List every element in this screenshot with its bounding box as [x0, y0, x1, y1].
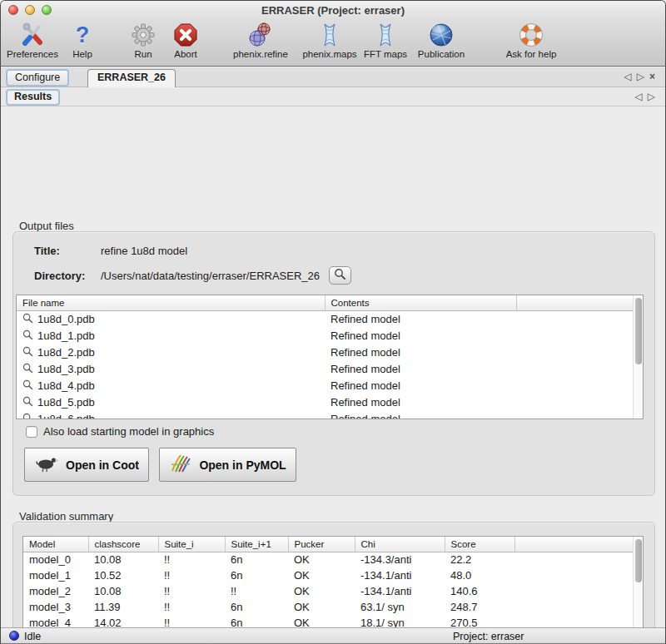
- file-scrollbar-thumb[interactable]: [635, 298, 642, 364]
- validation-row[interactable]: model_311.39!!6nOK63.1/ syn248.7: [23, 599, 634, 615]
- open-in-pymol-button[interactable]: Open in PyMOL: [159, 448, 296, 482]
- file-row[interactable]: 1u8d_5.pdbRefined model: [17, 394, 634, 410]
- validation-cell: OK: [288, 583, 355, 599]
- main-tab-bar: Configure ERRASER_26 ◁▷×: [1, 67, 665, 87]
- column-header[interactable]: [514, 537, 634, 552]
- search-icon: [22, 379, 33, 390]
- validation-cell: [514, 552, 634, 567]
- phenix-refine-button[interactable]: phenix.refine: [224, 22, 297, 63]
- status-text: Idle: [24, 631, 41, 642]
- browse-directory-button[interactable]: [329, 266, 351, 285]
- idle-status-led-icon: [9, 631, 19, 641]
- question-icon: ?: [64, 22, 101, 48]
- validation-row[interactable]: model_210.08!!!!OK-134.1/anti140.6: [23, 583, 634, 599]
- fft-maps-button[interactable]: FFT maps: [360, 22, 410, 63]
- validation-cell: 63.1/ syn: [355, 599, 445, 615]
- open-in-coot-button[interactable]: Open in Coot: [24, 448, 149, 482]
- gear-icon: [122, 22, 164, 48]
- publication-button[interactable]: Publication: [412, 22, 470, 63]
- validation-cell: 11.39: [88, 599, 158, 615]
- run-label: Run: [122, 49, 164, 59]
- load-starting-model-checkbox[interactable]: [26, 426, 37, 438]
- help-button[interactable]: ? Help: [64, 22, 101, 63]
- column-header[interactable]: [516, 295, 634, 310]
- results-panel: Output files Title: refine 1u8d model Di…: [1, 107, 665, 627]
- column-header[interactable]: clashscore: [88, 537, 158, 552]
- pymol-ribbon-icon: [169, 453, 192, 477]
- column-header[interactable]: Contents: [325, 295, 516, 310]
- file-name: 1u8d_5.pdb: [37, 396, 95, 409]
- column-header[interactable]: Suite_i+1: [225, 537, 288, 552]
- ask-for-help-button[interactable]: Ask for help: [499, 22, 564, 63]
- preferences-button[interactable]: Preferences: [2, 22, 62, 63]
- file-table-scrollbar[interactable]: [633, 295, 643, 419]
- tools-icon: [2, 22, 62, 48]
- tab-configure[interactable]: Configure: [6, 69, 69, 87]
- validation-cell: -134.1/anti: [355, 583, 445, 599]
- title-bar: ERRASER (Project: erraser): [1, 1, 665, 19]
- validation-cell: OK: [288, 567, 355, 583]
- lifesaver-icon: [499, 22, 564, 48]
- validation-cell: model_2: [23, 583, 88, 599]
- tab-configure-label: Configure: [15, 72, 60, 83]
- validation-cell: 10.08: [88, 583, 158, 599]
- validation-cell: [514, 599, 634, 615]
- validation-row[interactable]: model_010.08!!6nOK-134.3/anti22.2: [23, 552, 634, 567]
- validation-cell: 10.52: [88, 567, 158, 583]
- globe-icon: [412, 22, 470, 48]
- tab-results[interactable]: Results: [6, 89, 60, 106]
- file-table-header: File nameContents: [17, 295, 634, 310]
- column-header[interactable]: Pucker: [288, 537, 355, 552]
- abort-button[interactable]: Abort: [164, 22, 207, 63]
- column-header[interactable]: Model: [23, 537, 88, 552]
- column-header[interactable]: File name: [17, 295, 325, 310]
- ask-for-help-label: Ask for help: [499, 49, 564, 59]
- tab-erraser-26[interactable]: ERRASER_26: [87, 69, 176, 87]
- validation-cell: model_0: [23, 552, 88, 567]
- title-label: Title:: [34, 245, 60, 257]
- subtab-scroll-right-icon[interactable]: ▷: [648, 91, 660, 102]
- file-name: 1u8d_6.pdb: [37, 413, 95, 419]
- tab-scroll-right-icon[interactable]: ▷: [637, 71, 649, 82]
- column-header[interactable]: Score: [445, 537, 514, 552]
- file-contents: Refined model: [325, 360, 516, 377]
- search-icon: [22, 346, 33, 357]
- column-header[interactable]: Chi: [355, 537, 445, 552]
- validation-row[interactable]: model_110.52!!6nOK-134.1/anti48.0: [23, 567, 634, 583]
- fft-maps-label: FFT maps: [360, 49, 410, 59]
- tab-close-icon[interactable]: ×: [649, 71, 660, 82]
- density-map-icon: [297, 22, 362, 48]
- file-name: 1u8d_4.pdb: [37, 379, 95, 392]
- file-row[interactable]: 1u8d_3.pdbRefined model: [17, 360, 634, 377]
- file-row[interactable]: 1u8d_6.pdbRefined model: [17, 410, 634, 419]
- density-map-icon: [360, 22, 410, 48]
- phenix-maps-label: phenix.maps: [297, 49, 362, 59]
- validation-cell: [514, 567, 634, 583]
- validation-table-header: ModelclashscoreSuite_iSuite_i+1PuckerChi…: [23, 537, 634, 552]
- column-header[interactable]: Suite_i: [158, 537, 225, 552]
- status-bar: Idle Project: erraser: [1, 627, 665, 643]
- tab-scroll-left-icon[interactable]: ◁: [624, 71, 637, 82]
- phenix-refine-label: phenix.refine: [224, 49, 297, 59]
- file-row[interactable]: 1u8d_0.pdbRefined model: [17, 310, 634, 327]
- run-button[interactable]: Run: [122, 22, 164, 63]
- file-row[interactable]: 1u8d_4.pdbRefined model: [17, 377, 634, 394]
- search-icon: [22, 396, 33, 407]
- validation-scrollbar-thumb[interactable]: [635, 539, 642, 582]
- validation-cell: 48.0: [445, 567, 514, 583]
- file-contents: Refined model: [325, 410, 516, 419]
- refine-molecules-icon: [224, 22, 297, 48]
- phenix-maps-button[interactable]: phenix.maps: [297, 22, 362, 63]
- validation-cell: !!: [158, 567, 225, 583]
- file-row[interactable]: 1u8d_2.pdbRefined model: [17, 344, 634, 360]
- file-row[interactable]: 1u8d_1.pdbRefined model: [17, 327, 634, 344]
- validation-cell: !!: [225, 583, 288, 599]
- subtab-scroll-left-icon[interactable]: ◁: [635, 91, 648, 102]
- file-contents: Refined model: [325, 327, 516, 344]
- validation-cell: 248.7: [445, 599, 514, 615]
- validation-cell: 22.2: [445, 552, 514, 567]
- search-icon: [22, 413, 33, 419]
- open-in-pymol-label: Open in PyMOL: [199, 458, 286, 472]
- project-text: Project: erraser: [453, 631, 524, 642]
- validation-summary-section-title: Validation summary: [19, 510, 113, 523]
